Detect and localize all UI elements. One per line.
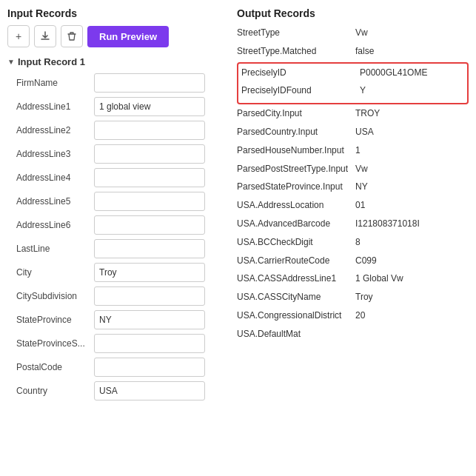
output-records-title: Output Records — [237, 7, 469, 19]
output-value: 20 — [355, 309, 469, 322]
output-row: USA.DefaultMat — [237, 326, 469, 342]
field-row: FirmName — [7, 73, 222, 93]
output-records-container: StreetTypeVwStreetType.MatchedfalsePreci… — [237, 25, 469, 342]
input-records-title: Input Records — [7, 7, 222, 19]
output-value: Vw — [355, 163, 469, 175]
field-label: StateProvinceS... — [16, 338, 94, 349]
field-input-postalcode[interactable] — [94, 358, 205, 377]
field-input-addressline4[interactable] — [94, 168, 205, 187]
field-label: AddressLine2 — [16, 125, 94, 135]
field-row: AddressLine5 — [7, 192, 222, 211]
output-key: USA.CarrierRouteCode — [237, 255, 355, 267]
highlighted-group: PreciselyIDP0000GL41OMEPreciselyIDFoundY — [237, 62, 469, 105]
field-input-addressline6[interactable] — [94, 215, 205, 235]
output-key: ParsedPostStreetType.Input — [237, 163, 355, 175]
output-row: ParsedHouseNumber.Input1 — [237, 143, 469, 158]
output-key: ParsedCountry.Input — [237, 126, 355, 138]
output-value: 1 Global Vw — [355, 272, 469, 285]
output-row: ParsedCity.InputTROY — [237, 106, 469, 121]
output-value: false — [355, 45, 469, 58]
output-key: StreetType.Matched — [237, 45, 355, 58]
output-key: USA.CASSCityName — [237, 291, 355, 304]
field-label: StateProvince — [16, 315, 94, 325]
field-label: AddressLine5 — [16, 196, 94, 207]
output-row: USA.CongressionalDistrict20 — [237, 308, 469, 324]
field-input-addressline1[interactable] — [94, 97, 205, 116]
field-input-stateprovinces---[interactable] — [94, 334, 205, 353]
field-input-firmname[interactable] — [94, 73, 205, 93]
output-value: TROY — [355, 107, 469, 120]
output-value: 01 — [355, 199, 469, 212]
delete-button[interactable] — [61, 25, 83, 47]
toolbar: + Run Preview — [7, 25, 222, 47]
output-value: Vw — [355, 27, 469, 39]
field-row: LastLine — [7, 239, 222, 258]
field-label: AddressLine4 — [16, 172, 94, 183]
field-row: AddressLine4 — [7, 168, 222, 187]
output-row: USA.CASSAddressLine11 Global Vw — [237, 271, 469, 286]
output-row: PreciselyIDFoundY — [241, 83, 464, 98]
output-key: USA.CASSAddressLine1 — [237, 272, 355, 285]
field-row: StateProvince — [7, 310, 222, 329]
output-value: C099 — [355, 255, 469, 267]
output-value: USA — [355, 126, 469, 138]
output-key: USA.AdvancedBarcode — [237, 218, 355, 230]
output-row: USA.CASSCityNameTroy — [237, 289, 469, 305]
output-value: Y — [360, 84, 464, 97]
download-button[interactable] — [34, 25, 56, 47]
field-input-addressline2[interactable] — [94, 121, 205, 140]
output-row: StreetTypeVw — [237, 25, 469, 41]
field-row: AddressLine6 — [7, 215, 222, 235]
output-row: USA.BCCheckDigit8 — [237, 235, 469, 250]
field-label: FirmName — [16, 78, 94, 88]
output-row: USA.AdvancedBarcodeI121808371018I — [237, 216, 469, 232]
field-row: City — [7, 263, 222, 282]
output-value: P0000GL41OME — [360, 67, 464, 79]
field-label: LastLine — [16, 244, 94, 254]
output-row: USA.CarrierRouteCodeC099 — [237, 253, 469, 269]
field-input-country[interactable] — [94, 381, 205, 400]
field-input-city[interactable] — [94, 263, 205, 282]
input-record-header[interactable]: ▼ Input Record 1 — [7, 56, 222, 67]
output-value: Troy — [355, 291, 469, 304]
input-fields-list: FirmNameAddressLine1AddressLine2AddressL… — [7, 73, 222, 400]
field-row: CitySubdivision — [7, 286, 222, 306]
field-label: CitySubdivision — [16, 291, 94, 301]
output-row: ParsedPostStreetType.InputVw — [237, 161, 469, 177]
field-input-citysubdivision[interactable] — [94, 286, 205, 306]
output-row: StreetType.Matchedfalse — [237, 44, 469, 59]
output-row: PreciselyIDP0000GL41OME — [241, 65, 464, 81]
output-key: USA.AddressLocation — [237, 199, 355, 212]
field-label: Country — [16, 386, 94, 396]
field-input-lastline[interactable] — [94, 239, 205, 258]
output-row: ParsedCountry.InputUSA — [237, 124, 469, 140]
field-label: City — [16, 267, 94, 278]
field-label: AddressLine1 — [16, 101, 94, 112]
run-preview-button[interactable]: Run Preview — [87, 26, 169, 47]
field-input-addressline3[interactable] — [94, 144, 205, 164]
output-key: PreciselyIDFound — [241, 84, 360, 97]
field-input-addressline5[interactable] — [94, 192, 205, 211]
add-button[interactable]: + — [7, 25, 30, 47]
field-row: PostalCode — [7, 358, 222, 377]
field-row: AddressLine1 — [7, 97, 222, 116]
output-value: 1 — [355, 144, 469, 157]
output-key: StreetType — [237, 27, 355, 39]
field-label: AddressLine6 — [16, 220, 94, 230]
field-row: Country — [7, 381, 222, 400]
field-label: AddressLine3 — [16, 149, 94, 159]
output-value: NY — [355, 181, 469, 193]
output-key: USA.DefaultMat — [237, 328, 355, 341]
output-row: USA.AddressLocation01 — [237, 198, 469, 213]
output-key: ParsedStateProvince.Input — [237, 181, 355, 193]
field-row: AddressLine3 — [7, 144, 222, 164]
chevron-down-icon: ▼ — [7, 58, 15, 66]
output-key: USA.BCCheckDigit — [237, 236, 355, 249]
output-key: ParsedHouseNumber.Input — [237, 144, 355, 157]
field-input-stateprovince[interactable] — [94, 310, 205, 329]
output-key: ParsedCity.Input — [237, 107, 355, 120]
field-row: StateProvinceS... — [7, 334, 222, 353]
output-value: 8 — [355, 236, 469, 249]
field-label: PostalCode — [16, 362, 94, 372]
input-record-label: Input Record 1 — [18, 56, 85, 67]
